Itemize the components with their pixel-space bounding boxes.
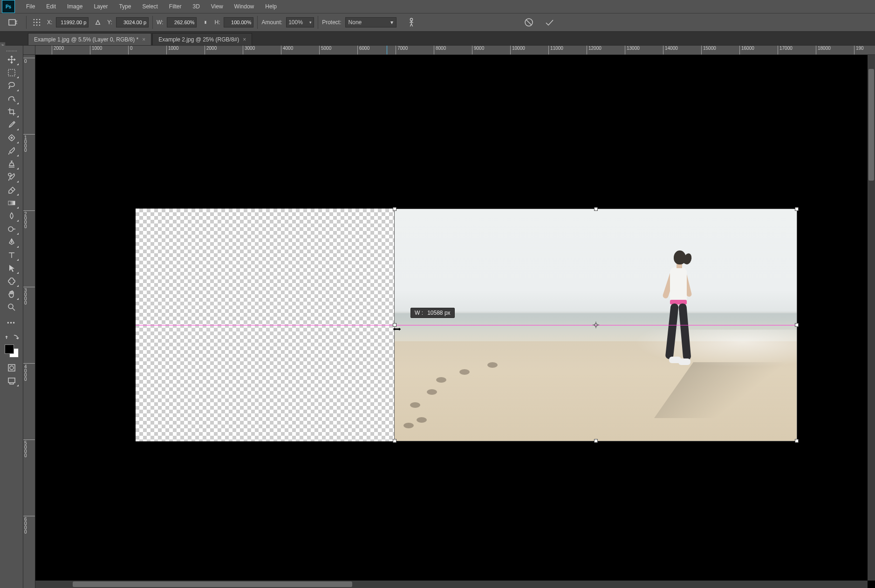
amount-value: 100%: [288, 19, 303, 26]
hand-tool-icon[interactable]: [4, 288, 20, 301]
commit-transform-icon[interactable]: [544, 17, 555, 28]
ruler-tick: 5000: [319, 46, 331, 55]
h-input[interactable]: [224, 17, 253, 27]
pen-tool-icon[interactable]: [4, 236, 20, 249]
footprint: [427, 389, 437, 395]
svg-point-5: [36, 21, 37, 23]
crop-tool-icon[interactable]: [4, 105, 20, 118]
vertical-ruler[interactable]: 01000200030004000500060007000: [23, 55, 35, 588]
ruler-origin[interactable]: [23, 46, 35, 55]
type-tool-icon[interactable]: [4, 249, 20, 262]
ruler-tick: 11000: [548, 46, 563, 55]
vertical-scrollbar[interactable]: [868, 55, 875, 581]
ruler-tick: 2000: [52, 46, 64, 55]
menu-filter[interactable]: Filter: [164, 0, 187, 13]
clone-stamp-tool-icon[interactable]: [4, 157, 20, 170]
y-label: Y:: [107, 19, 112, 26]
svg-point-4: [34, 22, 35, 23]
menu-layer[interactable]: Layer: [88, 0, 113, 13]
document-canvas[interactable]: W : 10588 px: [136, 209, 797, 441]
document-viewport[interactable]: W : 10588 px: [35, 55, 875, 588]
x-label: X:: [47, 19, 52, 26]
ruler-tick: 3000: [243, 46, 255, 55]
footprint: [459, 369, 470, 375]
menu-file[interactable]: File: [21, 0, 41, 13]
close-icon[interactable]: ×: [243, 36, 246, 43]
measure-value: 10588 px: [427, 310, 450, 316]
menu-edit[interactable]: Edit: [41, 0, 62, 13]
edit-toolbar-icon[interactable]: •••: [4, 317, 20, 330]
protect-skin-tones-icon[interactable]: [406, 17, 417, 28]
ruler-tick: 190: [854, 46, 864, 55]
y-input[interactable]: [116, 17, 149, 27]
ruler-tick: 12000: [587, 46, 602, 55]
dodge-tool-icon[interactable]: [4, 223, 20, 236]
horizontal-ruler[interactable]: 2000100001000200030004000500060007000800…: [35, 46, 875, 55]
menu-help[interactable]: Help: [260, 0, 282, 13]
svg-rect-12: [8, 69, 15, 76]
document-tab[interactable]: Example 1.jpg @ 5.5% (Layer 0, RGB/8) *×: [28, 33, 151, 45]
close-icon[interactable]: ×: [142, 36, 145, 43]
scrollbar-thumb[interactable]: [73, 581, 352, 587]
menu-3d[interactable]: 3D: [187, 0, 205, 13]
dock-grip[interactable]: [0, 48, 23, 53]
screen-mode-icon[interactable]: [4, 374, 20, 387]
menu-select[interactable]: Select: [137, 0, 163, 13]
tools-panel: •••: [0, 46, 23, 588]
separator: [152, 16, 153, 29]
shape-tool-icon[interactable]: [4, 275, 20, 288]
ruler-tick: 6000: [23, 516, 35, 534]
protect-value: None: [349, 19, 362, 26]
swap-colors-icon[interactable]: [4, 332, 20, 342]
ruler-tick: 2000: [205, 46, 217, 55]
quick-mask-icon[interactable]: [4, 361, 20, 374]
footprint: [403, 423, 414, 428]
protect-dropdown[interactable]: None ▾: [345, 17, 396, 27]
amount-dropdown[interactable]: 100% ▾: [286, 17, 314, 27]
blur-tool-icon[interactable]: [4, 210, 20, 223]
amount-label: Amount:: [261, 19, 282, 26]
document-tab[interactable]: Example 2.jpg @ 25% (RGB/8#)×: [152, 33, 252, 45]
x-input[interactable]: [56, 17, 89, 27]
delta-icon[interactable]: [92, 17, 103, 28]
smart-guide-horizontal: [136, 325, 797, 325]
quick-selection-tool-icon[interactable]: [4, 92, 20, 105]
ruler-tick: 3000: [23, 287, 35, 305]
horizontal-scrollbar[interactable]: [35, 581, 868, 588]
brush-tool-icon[interactable]: [4, 144, 20, 157]
menu-view[interactable]: View: [205, 0, 229, 13]
current-tool-icon[interactable]: [4, 15, 22, 29]
foreground-color-swatch[interactable]: [5, 345, 14, 354]
reference-point-grid[interactable]: [30, 16, 43, 28]
w-input[interactable]: [167, 17, 197, 27]
marquee-tool-icon[interactable]: [4, 66, 20, 79]
foreground-background-colors[interactable]: [4, 344, 20, 358]
gradient-tool-icon[interactable]: [4, 196, 20, 210]
ruler-tick: 13000: [625, 46, 640, 55]
cancel-transform-icon[interactable]: [523, 17, 534, 28]
move-tool-icon[interactable]: [4, 53, 20, 66]
healing-brush-tool-icon[interactable]: [4, 131, 20, 144]
path-selection-tool-icon[interactable]: [4, 262, 20, 275]
eyedropper-tool-icon[interactable]: [4, 118, 20, 131]
eraser-tool-icon[interactable]: [4, 183, 20, 196]
menu-image[interactable]: Image: [62, 0, 88, 13]
menu-window[interactable]: Window: [229, 0, 260, 13]
protect-label: Protect:: [322, 19, 341, 26]
link-aspect-icon[interactable]: [200, 17, 211, 27]
ruler-tick: 4000: [281, 46, 293, 55]
menu-type[interactable]: Type: [113, 0, 137, 13]
svg-point-10: [410, 18, 412, 20]
svg-point-1: [34, 19, 35, 20]
scrollbar-thumb[interactable]: [868, 69, 874, 181]
zoom-tool-icon[interactable]: [4, 301, 20, 314]
lasso-tool-icon[interactable]: [4, 79, 20, 92]
ruler-tick: 5000: [23, 439, 35, 458]
svg-point-18: [10, 366, 14, 370]
svg-rect-0: [9, 20, 15, 25]
separator: [318, 16, 318, 29]
history-brush-tool-icon[interactable]: [4, 170, 20, 183]
menu-bar: Ps FileEditImageLayerTypeSelectFilter3DV…: [0, 0, 875, 13]
ruler-tick: 14000: [663, 46, 678, 55]
ruler-tick: 10000: [510, 46, 525, 55]
